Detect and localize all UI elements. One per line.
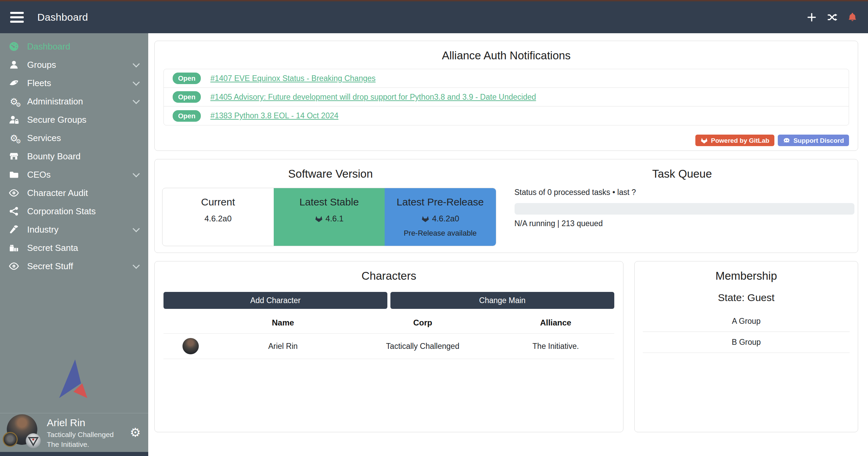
- notification-row: Open #1407 EVE Equinox Status - Breaking…: [164, 69, 849, 88]
- sidebar-item-services[interactable]: ⚙⚙ Services: [0, 129, 148, 147]
- sidebar-item-administration[interactable]: ⚙⚙ Administration: [0, 92, 148, 111]
- chevron-down-icon: [133, 261, 140, 269]
- gauge-icon: [8, 41, 20, 52]
- chevron-down-icon: [133, 225, 140, 232]
- sidebar-bottom-strip: [0, 452, 148, 456]
- character-name: Ariel Rin: [217, 342, 348, 351]
- task-queue-status: Status of 0 processed tasks • last ?: [515, 188, 850, 197]
- alliance-logo: [26, 433, 41, 448]
- chevron-down-icon: [133, 60, 140, 67]
- discord-icon: [783, 137, 790, 144]
- task-queue-progress-bar: [515, 203, 855, 215]
- notification-row: Open #1383 Python 3.8 EOL - 14 Oct 2024: [164, 106, 849, 125]
- task-queue-section: Task Queue Status of 0 processed tasks •…: [506, 159, 858, 253]
- user-alliance: The Initiative.: [47, 440, 114, 449]
- powered-by-gitlab-badge[interactable]: Powered by GitLab: [695, 135, 774, 146]
- gears-icon: ⚙⚙: [8, 96, 20, 107]
- shuffle-icon[interactable]: [827, 12, 837, 23]
- characters-table: Name Corp Alliance Ariel Rin Tactically …: [155, 312, 623, 359]
- chevron-down-icon: [133, 170, 140, 177]
- user-icon: [8, 59, 20, 71]
- membership-groups-list: A Group B Group: [643, 311, 850, 353]
- gifts-icon: [8, 242, 20, 254]
- characters-panel: Characters Add Character Change Main Nam…: [154, 261, 623, 432]
- sidebar-item-bounty-board[interactable]: Bounty Board: [0, 147, 148, 165]
- gitlab-tanuki-icon: [421, 215, 429, 223]
- user-name: Ariel Rin: [47, 416, 114, 429]
- list-item: B Group: [643, 332, 850, 353]
- notifications-panel: Alliance Auth Notifications Open #1407 E…: [154, 41, 858, 151]
- share-icon: [8, 205, 20, 217]
- user-settings-gear-icon[interactable]: ⚙: [130, 427, 141, 439]
- software-version-title: Software Version: [155, 167, 506, 180]
- version-latest-prerelease: Latest Pre-Release 4.6.2a0 Pre-Release a…: [385, 188, 496, 246]
- sidebar-item-ceos[interactable]: CEOs: [0, 165, 148, 184]
- chevron-down-icon: [133, 78, 140, 85]
- software-version-section: Software Version Current 4.6.2a0 Latest …: [155, 159, 506, 253]
- chevron-down-icon: [133, 97, 140, 104]
- add-character-plus-icon[interactable]: [806, 12, 817, 23]
- character-alliance: The Initiative.: [497, 342, 614, 351]
- sidebar-item-groups[interactable]: Groups: [0, 56, 148, 74]
- notification-row: Open #1405 Advisory: Future development …: [164, 88, 849, 106]
- gears-icon: ⚙⚙: [8, 132, 20, 144]
- software-taskqueue-panel: Software Version Current 4.6.2a0 Latest …: [154, 159, 858, 253]
- notifications-list: Open #1407 EVE Equinox Status - Breaking…: [163, 69, 849, 125]
- characters-title: Characters: [155, 270, 623, 282]
- task-queue-title: Task Queue: [506, 167, 858, 180]
- alliance-auth-logo: [53, 358, 95, 402]
- status-badge: Open: [173, 110, 201, 122]
- folder-icon: [8, 169, 20, 180]
- status-badge: Open: [173, 91, 201, 103]
- rocket-icon: [8, 77, 20, 89]
- version-latest-stable: Latest Stable 4.6.1: [274, 188, 385, 246]
- hammer-icon: [8, 224, 20, 235]
- user-corp: Tactically Challenged: [47, 430, 114, 439]
- sidebar-item-secret-santa[interactable]: Secret Santa: [0, 239, 148, 257]
- page-title: Dashboard: [37, 12, 88, 23]
- user-lock-icon: [8, 114, 20, 125]
- list-item: A Group: [643, 311, 850, 332]
- column-header-corp: Corp: [348, 318, 497, 328]
- notifications-bell-icon[interactable]: [847, 12, 858, 23]
- membership-state: State: Guest: [635, 292, 858, 303]
- add-character-button[interactable]: Add Character: [163, 292, 387, 309]
- version-current: Current 4.6.2a0: [162, 188, 274, 246]
- sidebar-user-panel: Ariel Rin Tactically Challenged The Init…: [0, 413, 148, 452]
- characters-table-header: Name Corp Alliance: [163, 312, 614, 333]
- gitlab-tanuki-icon: [315, 215, 323, 223]
- prerelease-note: Pre-Release available: [385, 229, 496, 238]
- sidebar-item-secret-stuff[interactable]: Secret Stuff: [0, 257, 148, 275]
- eye-icon: [8, 260, 20, 272]
- membership-panel: Membership State: Guest A Group B Group: [634, 261, 858, 432]
- navbar: Dashboard: [0, 1, 868, 33]
- hamburger-menu-icon[interactable]: [10, 12, 24, 23]
- sidebar-item-secure-groups[interactable]: Secure Groups: [0, 111, 148, 129]
- notifications-title: Alliance Auth Notifications: [155, 49, 858, 62]
- sidebar-menu: Dashboard Groups Fleets: [0, 33, 148, 275]
- sidebar-item-dashboard[interactable]: Dashboard: [0, 37, 148, 56]
- sidebar-item-corporation-stats[interactable]: Corporation Stats: [0, 202, 148, 220]
- task-queue-counts: N/A running | 213 queued: [515, 219, 850, 228]
- gitlab-tanuki-icon: [700, 137, 708, 144]
- sidebar-item-character-audit[interactable]: Character Audit: [0, 184, 148, 202]
- character-corp: Tactically Challenged: [348, 342, 497, 351]
- sidebar: Dashboard Groups Fleets: [0, 33, 148, 456]
- eye-icon: [8, 187, 20, 199]
- main-content: Alliance Auth Notifications Open #1407 E…: [148, 33, 868, 456]
- support-discord-badge[interactable]: Support Discord: [778, 135, 849, 146]
- store-icon: [8, 151, 20, 162]
- table-row: Ariel Rin Tactically Challenged The Init…: [163, 333, 614, 359]
- character-portrait: [182, 338, 199, 354]
- sidebar-item-industry[interactable]: Industry: [0, 220, 148, 239]
- column-header-alliance: Alliance: [497, 318, 614, 328]
- change-main-button[interactable]: Change Main: [390, 292, 614, 309]
- version-box: Current 4.6.2a0 Latest Stable 4.6.1 Late…: [162, 188, 496, 246]
- column-header-name: Name: [217, 318, 348, 328]
- notification-link[interactable]: #1383 Python 3.8 EOL - 14 Oct 2024: [210, 111, 339, 120]
- corp-logo: [3, 432, 18, 447]
- notification-link[interactable]: #1405 Advisory: Future development will …: [210, 93, 536, 102]
- notification-link[interactable]: #1407 EVE Equinox Status - Breaking Chan…: [210, 74, 375, 83]
- status-badge: Open: [173, 73, 201, 84]
- sidebar-item-fleets[interactable]: Fleets: [0, 74, 148, 92]
